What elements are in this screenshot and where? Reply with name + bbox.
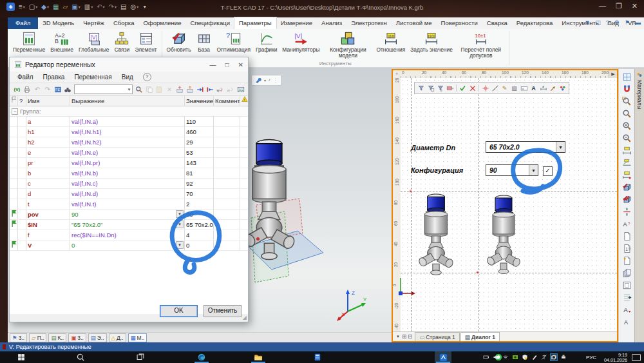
cancel-button[interactable]: Отменить xyxy=(204,305,242,317)
taskbar-edge-icon[interactable] xyxy=(193,351,210,363)
variable-expression[interactable]: "65 70x2.0"▼ xyxy=(70,220,185,230)
variable-name[interactable]: $IN xyxy=(26,220,70,230)
ribbon-tab-6[interactable]: Параметры xyxy=(234,17,276,29)
filter-elements-icon[interactable] xyxy=(417,84,425,92)
save-icon[interactable]: ▣▾ xyxy=(71,3,80,10)
grid-plus-icon[interactable] xyxy=(621,291,633,303)
tray-battery-icon[interactable] xyxy=(483,354,489,360)
collapse-icon[interactable]: ‹ xyxy=(269,77,270,83)
ribbon-tab-11[interactable]: Поверхности xyxy=(437,17,482,29)
undo-icon[interactable]: ↶▾ xyxy=(97,3,104,10)
variable-expression[interactable]: rec($IN==IN.Dn) xyxy=(70,230,185,240)
diametr-dn-combo[interactable]: 65 70x2.0▼ xyxy=(486,141,565,153)
tray-nvidia-icon[interactable] xyxy=(512,354,518,360)
dialog-menu-2[interactable]: Переменная xyxy=(74,74,111,81)
expression-column-header[interactable]: Выражение xyxy=(70,96,185,106)
ribbon-tab-4[interactable]: Оформление xyxy=(138,17,185,29)
variable-expression[interactable]: val(f,IN.h1) xyxy=(70,127,185,137)
variable-expression[interactable]: val(f,IN.c) xyxy=(70,179,185,188)
document-tab-1[interactable]: ▱П.. xyxy=(29,333,46,342)
image-preview-icon[interactable] xyxy=(236,85,245,94)
collapse-ribbon-icon[interactable]: ▼ xyxy=(584,19,590,26)
dialog-menu-3[interactable]: Вид xyxy=(122,74,133,81)
tray-device-icon[interactable] xyxy=(560,354,567,360)
page-tab-1[interactable]: ▤Диалог 1 xyxy=(460,332,500,341)
configuration-checkbox[interactable]: ✓ xyxy=(543,166,553,176)
help-icon[interactable]: ? xyxy=(606,19,609,26)
valve-preview-left[interactable] xyxy=(416,192,456,280)
expression-dropdown[interactable]: ▼ xyxy=(176,221,184,228)
ribbon-button-external[interactable]: A=2BВнешние xyxy=(48,29,76,53)
taskbar-search-icon[interactable] xyxy=(72,351,89,363)
monitor-icon[interactable]: ▬ xyxy=(635,19,641,26)
magnet-icon[interactable] xyxy=(621,83,633,95)
ok-button[interactable]: OK xyxy=(160,305,198,317)
font-drop-icon[interactable]: A xyxy=(621,304,633,315)
screen-icon[interactable]: ◫ xyxy=(595,19,601,26)
tray-volume-icon[interactable] xyxy=(493,354,499,360)
comment-column-header[interactable]: Коммента... xyxy=(214,96,240,106)
zoom-all-icon[interactable] xyxy=(621,108,633,119)
variable-row[interactable]: dval(f,IN.d)70 xyxy=(10,189,248,199)
clock[interactable]: 9:1904.01.2026 xyxy=(604,353,627,363)
variable-expression[interactable]: val(f,IN.t) xyxy=(70,199,185,209)
ribbon-tab-17[interactable]: Приложения xyxy=(641,17,644,29)
variable-name[interactable]: c xyxy=(26,179,70,188)
expression-dropdown[interactable]: ▼ xyxy=(176,210,184,218)
variable-name[interactable]: d xyxy=(26,189,70,199)
variable-expression[interactable]: val(f,IN.a) xyxy=(70,117,185,126)
variable-name[interactable]: pov xyxy=(26,210,70,219)
variable-name[interactable]: f xyxy=(26,230,70,240)
ribbon-button-database[interactable]: База xyxy=(194,29,214,53)
dialog-minimize-button[interactable]: — xyxy=(210,61,216,68)
ribbon-button-element[interactable]: Элемент xyxy=(132,29,159,53)
fill-color-icon[interactable] xyxy=(446,84,454,92)
document-tab-3[interactable]: ▣3.. xyxy=(68,333,86,342)
ribbon-button-setvalue[interactable]: [10]Задать значение xyxy=(408,29,455,53)
ribbon-tab-3[interactable]: Сборка xyxy=(109,17,139,29)
variable-expression[interactable]: val(f,IN.b) xyxy=(70,168,185,178)
variable-name[interactable]: e xyxy=(26,148,70,157)
update-model-icon[interactable] xyxy=(621,181,633,193)
tray-pen-icon[interactable] xyxy=(531,354,538,360)
dialog-close-button[interactable]: ✕ xyxy=(238,61,243,68)
document-tab-5[interactable]: △Д.. xyxy=(109,333,126,342)
copy-icon[interactable] xyxy=(145,85,153,94)
viewport-toolbar[interactable]: ▾ ‹ ⋮ xyxy=(251,75,281,86)
wrench-icon[interactable] xyxy=(254,77,261,84)
tray-antenna-icon[interactable] xyxy=(541,354,547,360)
chevron-down-icon[interactable]: ▼ xyxy=(529,165,538,175)
flag-column-header[interactable] xyxy=(10,96,18,106)
question-column-header[interactable]: ? xyxy=(18,96,26,106)
chevron-down-icon[interactable]: ▾ xyxy=(264,78,266,83)
new-variable-icon[interactable]: (v) xyxy=(13,85,21,94)
tray-network-icon[interactable] xyxy=(502,354,509,360)
variable-name[interactable]: pr xyxy=(26,158,70,168)
materials-panel-tab[interactable]: Материалы xyxy=(634,69,644,342)
variable-row[interactable]: frec($IN==IN.Dn)4 xyxy=(10,230,248,240)
ribbon-tab-10[interactable]: Листовой ме xyxy=(392,17,437,29)
variable-row[interactable]: h1val(f,IN.h1)460 xyxy=(10,127,248,137)
document-preview-icon[interactable]: ▤ xyxy=(120,3,126,10)
new-page-icon[interactable] xyxy=(621,230,633,242)
zoom-out-icon[interactable] xyxy=(621,132,633,144)
ribbon-button-refresh[interactable]: Обновить xyxy=(164,29,194,53)
ribbon-tab-0[interactable]: Файл xyxy=(8,17,38,29)
wrap-off-icon[interactable]: w xyxy=(227,85,235,94)
ribbon-button-optimization[interactable]: ?Оптимизация xyxy=(214,29,254,53)
ribbon-tab-13[interactable]: Редактирова xyxy=(512,17,558,29)
ribbon-tab-12[interactable]: Сварка xyxy=(482,17,512,29)
insert-before-icon[interactable] xyxy=(196,85,204,94)
variable-row[interactable]: $IN"65 70x2.0"▼65 70x2.0 xyxy=(10,220,248,230)
cancel-x-icon[interactable] xyxy=(468,84,477,92)
window-grid-icon[interactable] xyxy=(621,71,633,83)
menu-icon[interactable]: ≡▾ xyxy=(19,3,25,10)
variable-expression[interactable]: val(f,IN.e) xyxy=(70,148,185,157)
page-new-icon[interactable] xyxy=(621,255,633,266)
variable-name[interactable]: a xyxy=(26,117,70,126)
ruler-scroll-button[interactable]: ▶ xyxy=(609,70,617,78)
hatch-tool-icon[interactable]: ▨ xyxy=(510,84,518,92)
ribbon-tab-5[interactable]: Спецификаци xyxy=(185,17,234,29)
variable-row[interactable]: prval(f,IN.pr)143 xyxy=(10,158,248,168)
paste-icon[interactable] xyxy=(155,85,164,94)
